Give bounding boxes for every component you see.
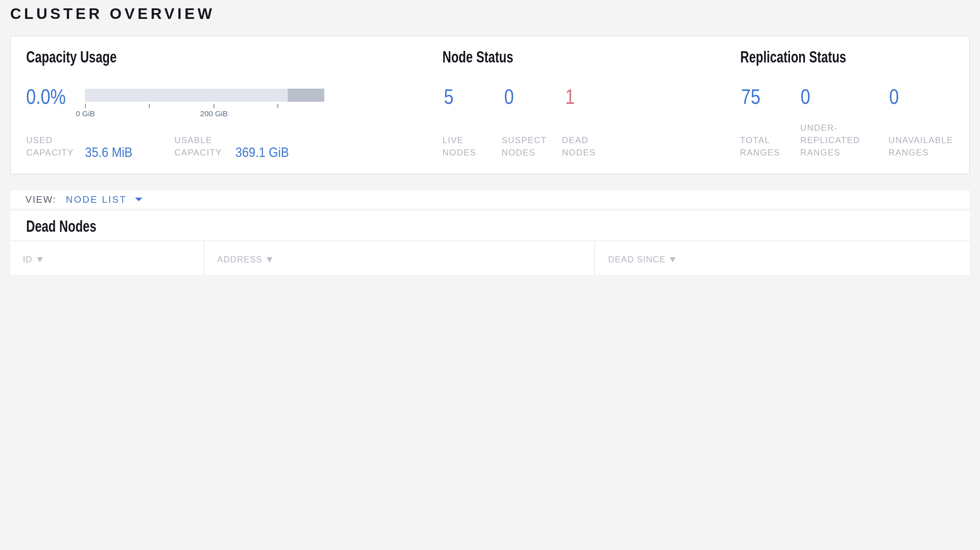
chevron-down-icon[interactable] xyxy=(135,198,142,201)
total-ranges-label: TOTAL RANGES xyxy=(740,134,780,159)
sort-desc-icon xyxy=(267,257,272,262)
used-capacity-value: 35.6 MiB xyxy=(85,146,132,159)
axis-tick xyxy=(149,104,150,108)
total-ranges-count: 75 xyxy=(741,85,760,107)
capacity-bar-nonusable-segment xyxy=(288,89,325,101)
dead-nodes-table-header: ID ADDRESS DEAD SINCE xyxy=(10,240,970,275)
col-header-dead-since[interactable]: DEAD SINCE xyxy=(595,241,970,275)
axis-tick xyxy=(85,104,86,108)
col-header-label: ADDRESS xyxy=(217,255,262,265)
view-label: VIEW: xyxy=(25,194,56,205)
page-title: CLUSTER OVERVIEW xyxy=(10,5,215,21)
unavailable-count: 0 xyxy=(889,85,899,107)
capacity-used-percent: 0.0% xyxy=(26,85,66,107)
page-root: CLUSTER OVERVIEW Capacity Usage Node Sta… xyxy=(0,0,980,275)
suspect-nodes-count: 0 xyxy=(504,85,514,107)
suspect-nodes-label: SUSPECT NODES xyxy=(502,134,547,159)
used-capacity-label: USED CAPACITY xyxy=(26,134,74,159)
replication-status-heading: Replication Status xyxy=(740,48,846,65)
unavailable-label: UNAVAILABLE RANGES xyxy=(888,134,953,159)
col-header-label: ID xyxy=(23,255,32,265)
live-nodes-count: 5 xyxy=(444,85,454,107)
view-bar: VIEW: NODE LIST xyxy=(10,190,970,208)
live-nodes-label: LIVE NODES xyxy=(442,134,476,159)
usable-capacity-value: 369.1 GiB xyxy=(235,146,289,159)
dead-nodes-label: DEAD NODES xyxy=(562,134,596,159)
dead-nodes-heading: Dead Nodes xyxy=(26,218,96,234)
axis-label-0gib: 0 GiB xyxy=(64,109,107,117)
dead-nodes-section: Dead Nodes ID ADDRESS DEAD SINCE n5 loca… xyxy=(10,211,970,275)
node-status-heading: Node Status xyxy=(442,48,513,65)
sort-desc-icon xyxy=(37,257,43,262)
col-header-address[interactable]: ADDRESS xyxy=(204,241,595,275)
usable-capacity-label: USABLE CAPACITY xyxy=(174,134,222,159)
capacity-usage-bar-chart xyxy=(85,89,325,101)
capacity-usage-heading: Capacity Usage xyxy=(26,48,116,65)
sort-desc-icon xyxy=(670,257,676,262)
col-header-id[interactable]: ID xyxy=(10,241,204,275)
axis-label-200gib: 200 GiB xyxy=(192,109,236,117)
axis-tick xyxy=(278,104,278,108)
under-replicated-label: UNDER- REPLICATED RANGES xyxy=(800,122,860,159)
axis-tick xyxy=(213,104,214,108)
col-header-label: DEAD SINCE xyxy=(608,255,666,265)
dead-nodes-count: 1 xyxy=(565,85,575,107)
view-selector[interactable]: NODE LIST xyxy=(66,194,127,205)
cluster-summary-card: Capacity Usage Node Status Replication S… xyxy=(10,35,970,174)
under-replicated-count: 0 xyxy=(800,85,810,107)
